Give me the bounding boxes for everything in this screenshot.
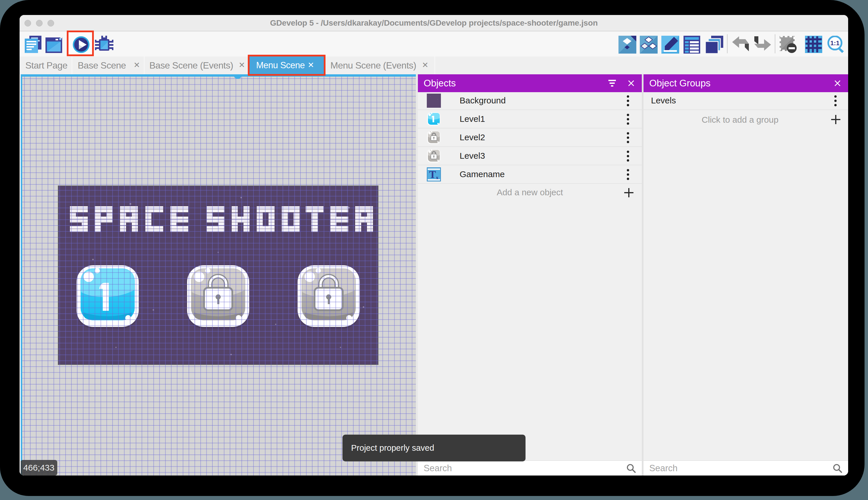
svg-text:x: x: [436, 175, 438, 180]
svg-text:1:1: 1:1: [830, 39, 840, 47]
svg-text:T: T: [429, 169, 436, 180]
